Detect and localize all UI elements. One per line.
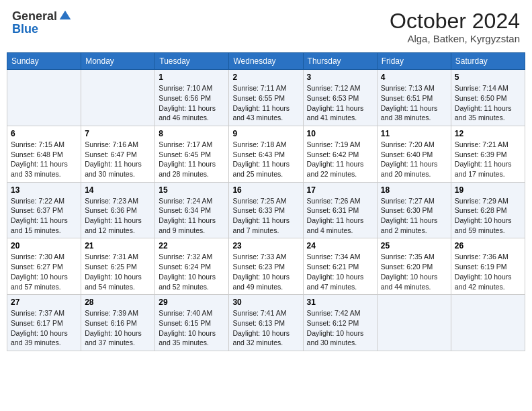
cell-content: Sunrise: 7:22 AMSunset: 6:37 PMDaylight:…: [11, 196, 77, 236]
day-number: 24: [307, 241, 373, 250]
cell-content: Sunrise: 7:23 AMSunset: 6:36 PMDaylight:…: [85, 196, 151, 236]
cell-1-4: 10Sunrise: 7:19 AMSunset: 6:42 PMDayligh…: [303, 126, 377, 182]
cell-content: Sunrise: 7:30 AMSunset: 6:27 PMDaylight:…: [11, 252, 77, 291]
cell-0-0: [7, 70, 81, 126]
col-tuesday: Tuesday: [155, 53, 229, 70]
cell-4-5: [377, 295, 451, 351]
day-number: 4: [381, 73, 447, 82]
col-wednesday: Wednesday: [229, 53, 303, 70]
day-number: 10: [307, 129, 373, 138]
header: General Blue October 2024 Alga, Batken, …: [7, 7, 525, 47]
cell-content: Sunrise: 7:11 AMSunset: 6:55 PMDaylight:…: [232, 83, 299, 123]
cell-3-3: 23Sunrise: 7:33 AMSunset: 6:23 PMDayligh…: [229, 238, 303, 295]
cell-content: Sunrise: 7:16 AMSunset: 6:47 PMDaylight:…: [85, 140, 151, 179]
week-row-1: 1Sunrise: 7:10 AMSunset: 6:56 PMDaylight…: [7, 70, 525, 126]
day-number: 6: [11, 129, 77, 138]
week-row-2: 6Sunrise: 7:15 AMSunset: 6:48 PMDaylight…: [7, 126, 525, 182]
cell-1-1: 7Sunrise: 7:16 AMSunset: 6:47 PMDaylight…: [81, 126, 155, 182]
cell-content: Sunrise: 7:35 AMSunset: 6:20 PMDaylight:…: [381, 252, 447, 291]
day-number: 18: [381, 185, 447, 195]
cell-content: Sunrise: 7:31 AMSunset: 6:25 PMDaylight:…: [85, 252, 151, 291]
day-number: 25: [381, 241, 447, 250]
cell-3-0: 20Sunrise: 7:30 AMSunset: 6:27 PMDayligh…: [7, 238, 81, 295]
day-number: 20: [11, 241, 77, 250]
cell-1-5: 11Sunrise: 7:20 AMSunset: 6:40 PMDayligh…: [377, 126, 451, 182]
col-monday: Monday: [81, 53, 155, 70]
day-number: 15: [159, 185, 225, 195]
cell-content: Sunrise: 7:40 AMSunset: 6:15 PMDaylight:…: [159, 308, 225, 348]
week-row-4: 20Sunrise: 7:30 AMSunset: 6:27 PMDayligh…: [7, 238, 525, 295]
cell-2-2: 15Sunrise: 7:24 AMSunset: 6:34 PMDayligh…: [155, 182, 229, 238]
cell-1-3: 9Sunrise: 7:18 AMSunset: 6:43 PMDaylight…: [229, 126, 303, 182]
logo: General Blue: [12, 9, 72, 36]
cell-content: Sunrise: 7:32 AMSunset: 6:24 PMDaylight:…: [159, 252, 225, 291]
day-number: 16: [232, 185, 299, 195]
day-number: 9: [232, 129, 299, 138]
cell-0-3: 2Sunrise: 7:11 AMSunset: 6:55 PMDaylight…: [229, 70, 303, 126]
cell-content: Sunrise: 7:17 AMSunset: 6:45 PMDaylight:…: [159, 140, 225, 179]
cell-4-6: [451, 295, 525, 351]
cell-content: Sunrise: 7:13 AMSunset: 6:51 PMDaylight:…: [381, 83, 447, 123]
cell-2-0: 13Sunrise: 7:22 AMSunset: 6:37 PMDayligh…: [7, 182, 81, 238]
cell-0-5: 4Sunrise: 7:13 AMSunset: 6:51 PMDaylight…: [377, 70, 451, 126]
cell-content: Sunrise: 7:15 AMSunset: 6:48 PMDaylight:…: [11, 140, 77, 179]
cell-content: Sunrise: 7:24 AMSunset: 6:34 PMDaylight:…: [159, 196, 225, 236]
cell-3-5: 25Sunrise: 7:35 AMSunset: 6:20 PMDayligh…: [377, 238, 451, 295]
day-number: 7: [85, 129, 151, 138]
day-number: 11: [381, 129, 447, 138]
cell-content: Sunrise: 7:21 AMSunset: 6:39 PMDaylight:…: [455, 140, 521, 179]
day-number: 1: [159, 73, 225, 82]
day-number: 28: [85, 298, 151, 307]
cell-0-6: 5Sunrise: 7:14 AMSunset: 6:50 PMDaylight…: [451, 70, 525, 126]
cell-content: Sunrise: 7:33 AMSunset: 6:23 PMDaylight:…: [232, 252, 299, 291]
day-number: 22: [159, 241, 225, 250]
cell-1-6: 12Sunrise: 7:21 AMSunset: 6:39 PMDayligh…: [451, 126, 525, 182]
cell-2-3: 16Sunrise: 7:25 AMSunset: 6:33 PMDayligh…: [229, 182, 303, 238]
cell-content: Sunrise: 7:37 AMSunset: 6:17 PMDaylight:…: [11, 308, 77, 348]
cell-3-2: 22Sunrise: 7:32 AMSunset: 6:24 PMDayligh…: [155, 238, 229, 295]
day-number: 3: [307, 73, 373, 82]
logo-blue: Blue: [12, 22, 38, 36]
logo-icon: [58, 9, 72, 23]
day-number: 30: [232, 298, 299, 307]
cell-3-6: 26Sunrise: 7:36 AMSunset: 6:19 PMDayligh…: [451, 238, 525, 295]
calendar-table: Sunday Monday Tuesday Wednesday Thursday…: [7, 52, 525, 351]
cell-content: Sunrise: 7:18 AMSunset: 6:43 PMDaylight:…: [232, 140, 299, 179]
cell-content: Sunrise: 7:25 AMSunset: 6:33 PMDaylight:…: [232, 196, 299, 236]
col-sunday: Sunday: [7, 53, 81, 70]
cell-4-4: 31Sunrise: 7:42 AMSunset: 6:12 PMDayligh…: [303, 295, 377, 351]
day-number: 19: [455, 185, 521, 195]
day-number: 31: [307, 298, 373, 307]
cell-2-4: 17Sunrise: 7:26 AMSunset: 6:31 PMDayligh…: [303, 182, 377, 238]
cell-content: Sunrise: 7:34 AMSunset: 6:21 PMDaylight:…: [307, 252, 373, 291]
day-number: 2: [232, 73, 299, 82]
week-row-5: 27Sunrise: 7:37 AMSunset: 6:17 PMDayligh…: [7, 295, 525, 351]
cell-4-2: 29Sunrise: 7:40 AMSunset: 6:15 PMDayligh…: [155, 295, 229, 351]
cell-content: Sunrise: 7:14 AMSunset: 6:50 PMDaylight:…: [455, 83, 521, 123]
cell-4-1: 28Sunrise: 7:39 AMSunset: 6:16 PMDayligh…: [81, 295, 155, 351]
header-row: Sunday Monday Tuesday Wednesday Thursday…: [7, 53, 525, 70]
cell-content: Sunrise: 7:26 AMSunset: 6:31 PMDaylight:…: [307, 196, 373, 236]
cell-content: Sunrise: 7:41 AMSunset: 6:13 PMDaylight:…: [232, 308, 299, 348]
day-number: 21: [85, 241, 151, 250]
cell-3-4: 24Sunrise: 7:34 AMSunset: 6:21 PMDayligh…: [303, 238, 377, 295]
cell-content: Sunrise: 7:19 AMSunset: 6:42 PMDaylight:…: [307, 140, 373, 179]
cell-content: Sunrise: 7:39 AMSunset: 6:16 PMDaylight:…: [85, 308, 151, 348]
month-title: October 2024: [390, 9, 520, 33]
week-row-3: 13Sunrise: 7:22 AMSunset: 6:37 PMDayligh…: [7, 182, 525, 238]
cell-content: Sunrise: 7:12 AMSunset: 6:53 PMDaylight:…: [307, 83, 373, 123]
day-number: 27: [11, 298, 77, 307]
day-number: 29: [159, 298, 225, 307]
col-thursday: Thursday: [303, 53, 377, 70]
day-number: 8: [159, 129, 225, 138]
day-number: 12: [455, 129, 521, 138]
day-number: 14: [85, 185, 151, 195]
title-area: October 2024 Alga, Batken, Kyrgyzstan: [390, 9, 520, 44]
cell-4-0: 27Sunrise: 7:37 AMSunset: 6:17 PMDayligh…: [7, 295, 81, 351]
day-number: 17: [307, 185, 373, 195]
day-number: 5: [455, 73, 521, 82]
cell-3-1: 21Sunrise: 7:31 AMSunset: 6:25 PMDayligh…: [81, 238, 155, 295]
day-number: 23: [232, 241, 299, 250]
cell-content: Sunrise: 7:42 AMSunset: 6:12 PMDaylight:…: [307, 308, 373, 348]
cell-4-3: 30Sunrise: 7:41 AMSunset: 6:13 PMDayligh…: [229, 295, 303, 351]
